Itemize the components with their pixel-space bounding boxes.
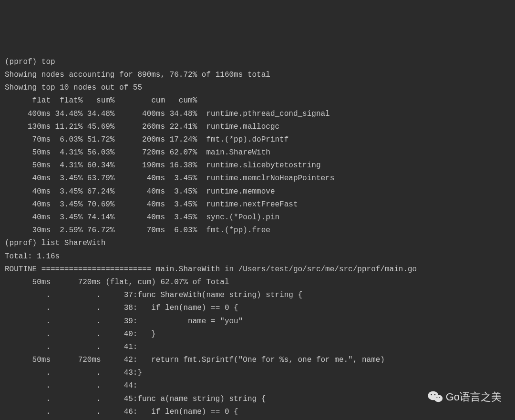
source-line-38: . . 38: if len(name) == 0 { (5, 302, 510, 315)
prompt-top[interactable]: (pprof) top (5, 56, 510, 69)
top-row-1: 130ms 11.21% 45.69% 260ms 22.41% runtime… (5, 121, 510, 133)
top-summary-2: Showing top 10 nodes out of 55 (5, 82, 510, 94)
prompt-list[interactable]: (pprof) list ShareWith (5, 237, 510, 250)
svg-point-4 (436, 397, 437, 398)
watermark-text: Go语言之美 (446, 388, 502, 406)
top-header: flat flat% sum% cum cum% (5, 94, 510, 107)
svg-point-1 (434, 395, 443, 402)
top-row-3: 50ms 4.31% 56.03% 720ms 62.07% main.Shar… (5, 146, 510, 159)
list-summary: 50ms 720ms (flat, cum) 62.07% of Total (5, 276, 510, 289)
top-summary-1: Showing nodes accounting for 890ms, 76.7… (5, 69, 510, 82)
source-line-39: . . 39: name = "you" (5, 315, 510, 328)
top-row-6: 40ms 3.45% 67.24% 40ms 3.45% runtime.mem… (5, 185, 510, 198)
watermark: Go语言之美 (428, 388, 502, 406)
source-line-46: . . 46: if len(name) == 0 { (5, 406, 510, 419)
source-line-42: 50ms 720ms 42: return fmt.Sprintf("One f… (5, 354, 510, 367)
source-line-43: . . 43:} (5, 367, 510, 379)
source-line-40: . . 40: } (5, 328, 510, 341)
top-row-0: 400ms 34.48% 34.48% 400ms 34.48% runtime… (5, 108, 510, 121)
list-total: Total: 1.16s (5, 250, 510, 263)
top-row-2: 70ms 6.03% 51.72% 200ms 17.24% fmt.(*pp)… (5, 133, 510, 146)
top-row-8: 40ms 3.45% 74.14% 40ms 3.45% sync.(*Pool… (5, 211, 510, 224)
svg-point-2 (431, 394, 432, 396)
top-row-4: 50ms 4.31% 60.34% 190ms 16.38% runtime.s… (5, 159, 510, 172)
source-line-41: . . 41: (5, 341, 510, 354)
svg-point-5 (439, 397, 440, 398)
svg-point-3 (434, 394, 435, 396)
top-row-9: 30ms 2.59% 76.72% 70ms 6.03% fmt.(*pp).f… (5, 224, 510, 237)
terminal-output[interactable]: (pprof) topShowing nodes accounting for … (5, 56, 510, 420)
list-routine: ROUTINE ======================== main.Sh… (5, 263, 510, 276)
wechat-icon (428, 390, 443, 403)
top-row-5: 40ms 3.45% 63.79% 40ms 3.45% runtime.mem… (5, 172, 510, 185)
top-row-7: 40ms 3.45% 70.69% 40ms 3.45% runtime.nex… (5, 198, 510, 211)
source-line-37: . . 37:func ShareWith(name string) strin… (5, 289, 510, 302)
